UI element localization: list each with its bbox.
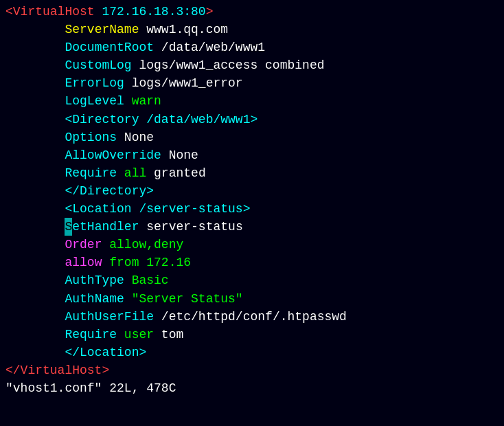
code-token: tom: [154, 326, 183, 344]
code-line: </Location>: [5, 344, 499, 361]
code-token: Order: [65, 236, 102, 254]
code-token: [5, 128, 65, 146]
code-token: None: [117, 128, 154, 146]
code-token: Basic: [124, 271, 169, 289]
code-token: from 172.16: [102, 254, 191, 271]
code-line: SetHandler server-status: [5, 218, 499, 236]
code-line: Require user tom: [5, 326, 499, 344]
code-token: AllowOverride: [65, 146, 161, 164]
code-line: AuthName "Server Status": [5, 290, 499, 308]
code-token: DocumentRoot: [65, 38, 154, 56]
code-token: [5, 74, 65, 92]
code-token: None: [161, 146, 198, 164]
code-line: ServerName www1.qq.com: [5, 21, 499, 38]
code-token: allow,deny: [102, 236, 183, 254]
code-token: logs/www1_access combined: [132, 56, 325, 74]
code-token: etHandler: [72, 218, 139, 236]
code-token: </VirtualHost>: [5, 361, 109, 379]
code-token: [5, 290, 65, 308]
code-content: <VirtualHost 172.16.18.3:80> ServerName …: [5, 3, 499, 397]
code-line: <VirtualHost 172.16.18.3:80>: [5, 3, 499, 21]
code-token: warn: [124, 92, 161, 110]
code-token: [5, 146, 65, 164]
code-line: Order allow,deny: [5, 236, 499, 254]
code-token: <Location /server-status>: [65, 200, 250, 218]
code-line: AllowOverride None: [5, 146, 499, 164]
code-token: user: [117, 326, 154, 344]
code-token: >: [206, 3, 214, 21]
code-token: [5, 344, 65, 361]
code-line: CustomLog logs/www1_access combined: [5, 56, 499, 74]
code-line: AuthUserFile /etc/httpd/conf/.htpasswd: [5, 308, 499, 326]
code-token: 172.16.18.3:80: [102, 3, 205, 21]
code-token: "Server Status": [124, 290, 243, 308]
code-token: Options: [65, 128, 117, 146]
code-token: server-status: [139, 218, 242, 236]
code-token: [5, 308, 65, 326]
code-line: allow from 172.16: [5, 254, 499, 271]
code-token: [5, 236, 65, 254]
code-token: logs/www1_error: [124, 74, 243, 92]
code-token: www1.qq.com: [139, 21, 228, 38]
code-line: LogLevel warn: [5, 92, 499, 110]
code-token: AuthName: [65, 290, 124, 308]
code-token: [5, 200, 65, 218]
code-line: </Directory>: [5, 182, 499, 200]
code-token: [5, 92, 65, 110]
code-line: ErrorLog logs/www1_error: [5, 74, 499, 92]
code-token: LogLevel: [65, 92, 124, 110]
code-token: [5, 271, 65, 289]
code-line: DocumentRoot /data/web/www1: [5, 38, 499, 56]
code-token: granted: [146, 164, 205, 182]
code-token: CustomLog: [65, 56, 131, 74]
code-line: "vhost1.conf" 22L, 478C: [5, 379, 499, 397]
code-token: /etc/httpd/conf/.htpasswd: [154, 308, 347, 326]
code-token: /data/web/www1: [154, 38, 265, 56]
terminal: <VirtualHost 172.16.18.3:80> ServerName …: [0, 0, 504, 426]
code-token: S: [65, 218, 72, 236]
code-token: [5, 56, 65, 74]
code-token: "vhost1.conf" 22L, 478C: [5, 379, 176, 397]
code-token: </Directory>: [65, 182, 154, 200]
code-line: AuthType Basic: [5, 271, 499, 289]
code-line: Require all granted: [5, 164, 499, 182]
code-token: Require: [65, 326, 117, 344]
code-token: AuthUserFile: [65, 308, 154, 326]
code-token: </Location>: [65, 344, 146, 361]
code-token: allow: [65, 254, 102, 271]
code-token: [5, 21, 65, 38]
code-token: ServerName: [65, 21, 139, 38]
code-token: [5, 38, 65, 56]
code-token: [5, 218, 65, 236]
code-line: </VirtualHost>: [5, 361, 499, 379]
code-token: ErrorLog: [65, 74, 124, 92]
code-token: [5, 326, 65, 344]
code-token: [5, 254, 65, 271]
code-line: Options None: [5, 128, 499, 146]
code-token: all: [117, 164, 146, 182]
code-token: [5, 111, 65, 128]
code-token: AuthType: [65, 271, 124, 289]
code-token: [5, 164, 65, 182]
code-line: <Location /server-status>: [5, 200, 499, 218]
code-token: <VirtualHost: [5, 3, 102, 21]
code-token: [5, 182, 65, 200]
code-line: <Directory /data/web/www1>: [5, 111, 499, 128]
code-token: Require: [65, 164, 117, 182]
code-token: <Directory /data/web/www1>: [65, 111, 257, 128]
